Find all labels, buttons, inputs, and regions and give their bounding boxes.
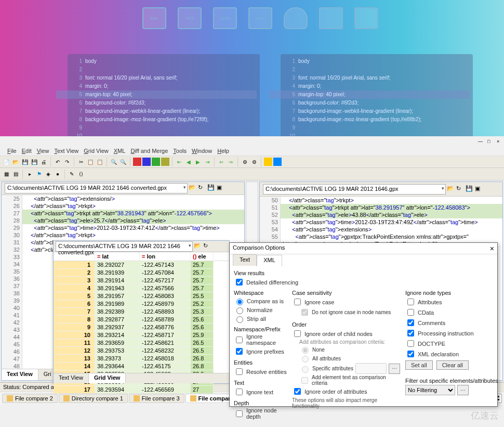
filter-select[interactable]: No Filtering: [405, 385, 455, 395]
ignore-text-checkbox[interactable]: Ignore text: [234, 387, 288, 397]
tag-icon[interactable]: ◈: [44, 170, 52, 178]
text-icon[interactable]: ▤: [11, 170, 20, 178]
left-text-view-tab[interactable]: Text View: [2, 369, 38, 380]
undo-icon[interactable]: ↶: [54, 158, 62, 166]
table-row[interactable]: 1038.293214-122.45871725.9: [54, 331, 229, 339]
green-icon[interactable]: [152, 158, 160, 166]
xml-line[interactable]: 51 <attr">class="tag">trkpt attr">lat="3…: [260, 204, 502, 211]
table-row[interactable]: 938.292937-122.45877625.6: [54, 324, 229, 331]
yellow-icon[interactable]: [161, 158, 169, 166]
table-row[interactable]: 438.291943-122.45756625.7: [54, 284, 229, 292]
xml-line[interactable]: 26 </attr">class="tag">trkpt>: [2, 202, 244, 210]
merge-right-icon[interactable]: ⇒: [227, 158, 235, 166]
nav-next-icon[interactable]: ▶: [194, 158, 202, 166]
nodetype-comments-checkbox[interactable]: Comments: [405, 318, 503, 328]
minimize-button[interactable]: —: [478, 139, 483, 144]
attr-icon[interactable]: ●: [54, 170, 62, 178]
table-row[interactable]: 338.291914-122.45721725.7: [54, 277, 229, 284]
highlight2-icon[interactable]: [273, 158, 282, 166]
menu-view[interactable]: View: [35, 148, 51, 154]
blue-icon[interactable]: [142, 158, 151, 166]
bottom-tab-file-compare-2[interactable]: File compare 2: [2, 394, 58, 403]
expand-icon[interactable]: ▸: [25, 170, 34, 178]
table-row[interactable]: 738.292389-122.45889325.3: [54, 308, 229, 316]
xml-line[interactable]: 53 <attr">class="tag">time>2012-03-19T23…: [260, 218, 502, 226]
resolve-entities-checkbox[interactable]: Resolve entities: [234, 367, 288, 377]
copy-icon[interactable]: 📋: [86, 158, 95, 166]
detailed-differencing-checkbox[interactable]: Detailed differencing: [234, 277, 503, 287]
table-row[interactable]: 638.291989-122.45897925.2: [54, 300, 229, 308]
replace-icon[interactable]: 🔍: [119, 158, 127, 166]
export-icon[interactable]: ▣: [217, 184, 225, 192]
menu-tools[interactable]: Tools: [171, 148, 189, 154]
ignore-depth-checkbox[interactable]: Ignore node depth: [234, 407, 288, 420]
nodetype-attributes-checkbox[interactable]: Attributes: [405, 297, 503, 307]
red-icon[interactable]: [133, 158, 141, 166]
xml-line[interactable]: 27 <attr">class="tag">trkpt attr">lat="3…: [2, 210, 244, 217]
toolbar-main[interactable]: 📄 📂 💾 💾 🖨 ↶ ↷ ✂ 📋 📋 🔍 🔍 ⇤ ◀ ▶ ⇥ ⇐ ⇒ ⚙ ⚙: [0, 156, 504, 168]
bottom-tab-file-compare-3[interactable]: File compare 3: [129, 394, 184, 403]
saveall-icon[interactable]: 💾: [30, 158, 38, 166]
menu-help[interactable]: Help: [215, 148, 231, 154]
tool2-icon[interactable]: ⚙: [250, 158, 258, 166]
dialog-tab-xml[interactable]: XML: [257, 255, 282, 266]
nodetype-processing-instruction-checkbox[interactable]: Processing instruction: [405, 328, 503, 338]
export-icon[interactable]: ▣: [475, 185, 483, 193]
table-row[interactable]: 1338.29373-122.45801826.8: [54, 355, 229, 363]
nav-last-icon[interactable]: ⇥: [203, 158, 211, 166]
maximize-button[interactable]: □: [487, 139, 493, 144]
refresh-icon[interactable]: ↻: [203, 242, 211, 251]
menu-text-view[interactable]: Text View: [52, 148, 81, 154]
grid-icon[interactable]: ▦: [2, 170, 10, 178]
ignore-case-checkbox[interactable]: Ignore case: [292, 297, 401, 307]
xml-line[interactable]: 29 <attr">class="tag">time>2012-03-19T23…: [2, 224, 244, 231]
dialog-tab-text[interactable]: Text: [233, 254, 257, 266]
nav-first-icon[interactable]: ⇤: [175, 158, 183, 166]
browse-icon[interactable]: 📂: [194, 242, 202, 251]
save-icon[interactable]: 💾: [21, 158, 29, 166]
table-row[interactable]: 538.291957-122.45808325.5: [54, 292, 229, 300]
menu-grid-view[interactable]: Grid View: [82, 148, 111, 154]
xml-line[interactable]: 28 <attr">class="tag">ele>25.7</attr">cl…: [2, 217, 244, 224]
comment-icon[interactable]: ✎: [68, 170, 76, 178]
refresh-icon[interactable]: ↻: [198, 184, 206, 192]
open-icon[interactable]: 📂: [11, 158, 20, 166]
ignore-prefixes-checkbox[interactable]: Ignore prefixes: [234, 346, 288, 356]
nodetype-xml-declaration-checkbox[interactable]: XML declaration: [405, 349, 503, 359]
left-path-select[interactable]: C:\documents\ACTIVE LOG 19 MAR 2012 1646…: [5, 183, 188, 193]
table-row[interactable]: 1138.293659-122.45862126.5: [54, 339, 229, 347]
menu-file[interactable]: File: [5, 148, 19, 154]
menubar[interactable]: FileEditViewText ViewGrid ViewXMLDiff an…: [0, 146, 504, 156]
ws-normalize-radio[interactable]: Normalize: [234, 306, 288, 314]
clear-all-button[interactable]: Clear all: [436, 360, 469, 370]
inner-path-select[interactable]: C:\documents\ACTIVE LOG 19 MAR 2012 1646…: [56, 241, 193, 252]
ignore-namespace-checkbox[interactable]: Ignore namespace: [234, 333, 288, 346]
dialog-close-button[interactable]: ×: [490, 244, 494, 252]
save-pane-icon[interactable]: 💾: [466, 185, 474, 193]
inner-grid-view-tab[interactable]: Grid View: [89, 373, 126, 383]
flag-icon[interactable]: ⚑: [35, 170, 43, 178]
xml-line[interactable]: 52 <attr">class="tag">ele>43.88</attr">c…: [260, 211, 502, 218]
nav-prev-icon[interactable]: ◀: [184, 158, 193, 166]
ignore-attr-order-checkbox[interactable]: Ignore order of attributes: [292, 386, 401, 396]
cdata-icon[interactable]: ⟨⟩: [77, 170, 85, 178]
right-path-select[interactable]: C:\documents\ACTIVE LOG 19 MAR 2012 1646…: [263, 184, 446, 195]
menu-diff-and-merge[interactable]: Diff and Merge: [128, 148, 170, 154]
filter-browse-button[interactable]: …: [457, 385, 469, 395]
save-pane-icon[interactable]: 💾: [207, 184, 216, 192]
cut-icon[interactable]: ✂: [77, 158, 85, 166]
table-row[interactable]: 1238.293753-122.45823226.5: [54, 347, 229, 355]
tool-icon[interactable]: ⚙: [241, 158, 249, 166]
ignore-child-order-checkbox[interactable]: Ignore order of child nodes: [292, 329, 401, 339]
nodetype-doctype-checkbox[interactable]: DOCTYPE: [405, 339, 503, 348]
browse-icon[interactable]: 📂: [447, 185, 455, 193]
specific-attr-button[interactable]: …: [389, 364, 400, 374]
toolbar-secondary[interactable]: ▦ ▤ ▸ ⚑ ◈ ● ✎ ⟨⟩: [0, 168, 504, 180]
print-icon[interactable]: 🖨: [39, 158, 48, 166]
menu-window[interactable]: Window: [190, 148, 214, 154]
nodetype-cdata-checkbox[interactable]: CData: [405, 307, 503, 317]
table-row[interactable]: 1438.293644-122.4517526.8: [54, 363, 229, 370]
refresh-icon[interactable]: ↻: [456, 185, 465, 193]
paste-icon[interactable]: 📋: [96, 158, 104, 166]
highlight-icon[interactable]: [264, 158, 272, 166]
